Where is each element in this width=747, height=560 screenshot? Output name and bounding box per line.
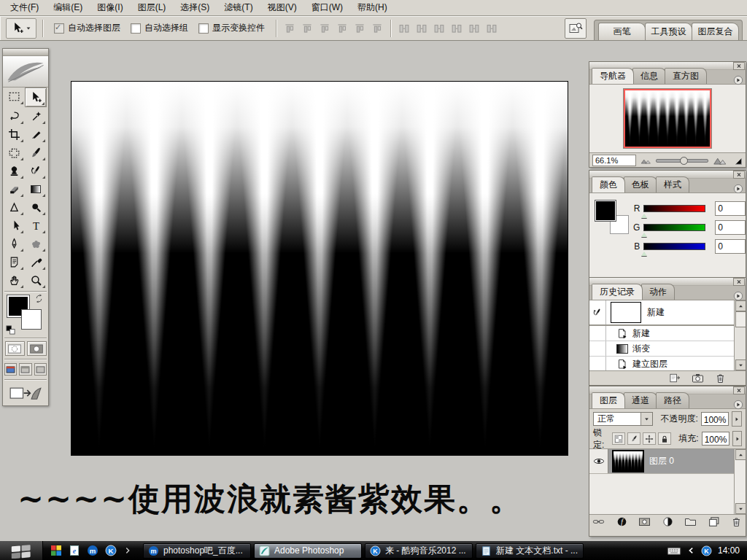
clone-stamp-tool[interactable] <box>3 162 25 180</box>
layer-mask-icon[interactable] <box>638 516 651 527</box>
standard-mode-icon[interactable] <box>5 341 25 356</box>
taskbar-window-button[interactable]: Adobe Photoshop <box>254 543 362 559</box>
zoom-percent-field[interactable]: 66.1% <box>592 155 636 166</box>
trash-icon[interactable] <box>714 373 727 384</box>
panel-tab[interactable]: 图层 <box>592 392 625 408</box>
kugou-tray-icon[interactable]: K <box>701 545 712 556</box>
slider-thumb[interactable] <box>641 230 647 237</box>
scroll-down-button[interactable] <box>735 359 746 370</box>
layer-group-icon[interactable] <box>684 516 697 527</box>
adjustment-layer-icon[interactable] <box>662 516 674 527</box>
taskbar-window-button[interactable]: 新建 文本文档.txt - ... <box>476 543 584 559</box>
edit-in-imageready-button[interactable] <box>9 384 42 401</box>
menu-item[interactable]: 窗口(W) <box>304 0 350 16</box>
pen-tool[interactable] <box>3 235 25 253</box>
path-selection-tool[interactable] <box>3 217 25 235</box>
panel-menu-button[interactable] <box>733 75 743 85</box>
link-icon[interactable] <box>592 516 605 527</box>
doc-from-state-icon[interactable] <box>669 373 681 384</box>
history-state-row[interactable]: 建立图层 <box>589 357 746 370</box>
default-colors-icon[interactable] <box>6 325 15 335</box>
maxthon-icon[interactable]: m <box>87 545 98 556</box>
menu-item[interactable]: 编辑(E) <box>46 0 90 16</box>
foreground-color-swatch[interactable] <box>595 201 616 221</box>
crop-tool[interactable] <box>3 125 25 144</box>
history-brush-source-cell[interactable] <box>589 326 606 341</box>
taskbar-window-button[interactable]: K 来 - 酷狗音乐2012 ... <box>365 543 473 559</box>
panel-tab[interactable]: 导航器 <box>592 68 634 84</box>
slice-tool[interactable] <box>25 125 47 144</box>
zoom-slider-thumb[interactable] <box>680 157 688 165</box>
zoom-tool[interactable] <box>25 271 47 289</box>
panel-tab[interactable]: 样式 <box>656 176 689 192</box>
menu-item[interactable]: 滤镜(T) <box>217 0 260 16</box>
taskbar-clock[interactable]: 14:00 <box>718 545 740 556</box>
trash-icon[interactable] <box>730 516 743 527</box>
dropdown-button[interactable] <box>640 413 652 425</box>
zoom-out-mountain-icon[interactable] <box>640 158 651 164</box>
scroll-up-button[interactable] <box>735 300 746 311</box>
navigator-view-box[interactable] <box>624 89 711 148</box>
panel-tab[interactable]: 颜色 <box>592 176 625 192</box>
panel-tab[interactable]: 通道 <box>624 392 657 408</box>
menu-item[interactable]: 图像(I) <box>90 0 130 16</box>
history-snapshot-row[interactable]: 新建 <box>589 300 746 326</box>
panel-close-button[interactable] <box>733 386 745 394</box>
history-state-row[interactable]: 新建 <box>589 326 746 341</box>
scroll-down-button[interactable] <box>735 503 746 514</box>
option-checkbox[interactable]: 自动选择图层 <box>54 22 120 34</box>
gradient-tool[interactable] <box>25 180 47 198</box>
magic-wand-tool[interactable] <box>25 107 47 125</box>
lasso-tool[interactable] <box>3 107 25 125</box>
panel-menu-button[interactable] <box>733 400 743 410</box>
panel-tab[interactable]: 信息 <box>632 68 666 84</box>
panel-menu-button[interactable] <box>733 184 743 194</box>
layers-scrollbar[interactable] <box>734 449 746 514</box>
type-tool[interactable]: T <box>25 217 47 235</box>
keyboard-icon[interactable] <box>667 546 681 556</box>
swap-colors-icon[interactable] <box>34 294 44 303</box>
menu-item[interactable]: 图层(L) <box>131 0 174 16</box>
hand-tool[interactable] <box>3 271 25 289</box>
taskbar-window-button[interactable]: m photoshop吧_百度... <box>143 543 251 559</box>
history-brush-source-cell[interactable] <box>589 300 606 324</box>
panel-tab[interactable]: 历史记录 <box>592 284 643 300</box>
distribute-vertical-centers[interactable] <box>414 22 429 35</box>
opacity-slider-button[interactable] <box>732 411 742 427</box>
menu-item[interactable]: 文件(F) <box>3 0 46 16</box>
channel-value-field[interactable]: 0 <box>715 220 746 235</box>
opacity-field[interactable]: 100% <box>701 412 729 426</box>
fill-field[interactable]: 100% <box>702 432 730 446</box>
panel-tab[interactable]: 色板 <box>624 176 657 192</box>
move-tool[interactable] <box>25 88 47 107</box>
menu-item[interactable]: 选择(S) <box>173 0 217 16</box>
checkbox-box[interactable] <box>54 23 64 34</box>
panel-menu-button[interactable] <box>733 291 743 301</box>
go-to-bridge-button[interactable] <box>565 18 587 39</box>
panel-close-button[interactable] <box>733 278 745 286</box>
palette-well-tab[interactable]: 画笔 <box>598 23 646 40</box>
zoom-in-mountain-icon[interactable] <box>713 157 727 165</box>
align-right-edges[interactable] <box>370 22 384 35</box>
brush-tool[interactable] <box>25 144 47 162</box>
toolbox-drag-bar[interactable] <box>3 49 48 56</box>
lock-paint-icon[interactable] <box>627 432 640 445</box>
scroll-up-button[interactable] <box>735 449 746 460</box>
new-layer-icon[interactable] <box>708 516 720 527</box>
slider-thumb[interactable] <box>641 249 647 256</box>
ie-icon[interactable]: e <box>69 545 80 556</box>
custom-shape-tool[interactable] <box>25 235 47 253</box>
palette-well-tab[interactable]: 图层复合 <box>692 23 739 40</box>
quick-launch-overflow-icon[interactable] <box>124 546 131 555</box>
panel-tab[interactable]: 动作 <box>641 284 675 300</box>
option-checkbox[interactable]: 自动选择组 <box>131 22 188 34</box>
channel-slider[interactable] <box>643 205 705 212</box>
channel-slider[interactable] <box>643 224 705 231</box>
notes-tool[interactable] <box>3 253 25 271</box>
dodge-tool[interactable] <box>25 198 47 217</box>
panel-close-button[interactable] <box>733 171 745 179</box>
fill-slider-button[interactable] <box>732 431 742 446</box>
distribute-right-edges[interactable] <box>484 22 499 35</box>
option-checkbox[interactable]: 显示变换控件 <box>198 22 265 34</box>
slider-thumb[interactable] <box>641 211 647 218</box>
